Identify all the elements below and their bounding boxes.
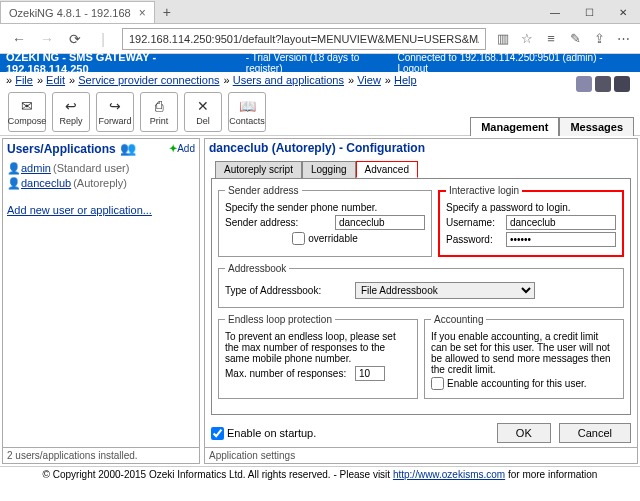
startup-checkbox[interactable] xyxy=(211,427,224,440)
tab-messages[interactable]: Messages xyxy=(559,117,634,136)
window-maximize-icon[interactable]: ☐ xyxy=(572,1,606,23)
password-label: Password: xyxy=(446,234,506,245)
password-input[interactable] xyxy=(506,232,616,247)
menu-help[interactable]: Help xyxy=(394,74,417,86)
reply-button[interactable]: ↩Reply xyxy=(52,92,90,132)
compose-icon: ✉ xyxy=(21,98,33,114)
refresh-button[interactable]: ⟳ xyxy=(62,27,88,51)
share-icon[interactable]: ⇪ xyxy=(588,28,610,50)
config-title: danceclub (Autoreply) - Configuration xyxy=(205,139,637,157)
addressbook-label: Type of Addressbook: xyxy=(225,285,355,296)
username-label: Username: xyxy=(446,217,506,228)
print-button[interactable]: ⎙Print xyxy=(140,92,178,132)
app-settings-footer: Application settings xyxy=(205,447,637,463)
tab-advanced[interactable]: Advanced xyxy=(356,161,418,178)
overridable-label: overridable xyxy=(308,233,357,244)
window-close-icon[interactable]: ✕ xyxy=(606,1,640,23)
user-icon: 👤 xyxy=(7,177,21,190)
overridable-checkbox[interactable] xyxy=(292,232,305,245)
menu-view[interactable]: View xyxy=(357,74,381,86)
addressbook-select[interactable]: File Addressbook xyxy=(355,282,535,299)
username-input[interactable] xyxy=(506,215,616,230)
toolbar: ✉Compose ↩Reply ↪Forward ⎙Print ✕Del 📖Co… xyxy=(0,88,640,136)
browser-tab[interactable]: OzekiNG 4.8.1 - 192.168 × xyxy=(0,1,155,23)
user-icon: 👤 xyxy=(7,162,21,175)
tab-autoreply-script[interactable]: Autoreply script xyxy=(215,161,302,178)
sender-desc: Specify the sender phone number. xyxy=(225,202,425,213)
delete-icon: ✕ xyxy=(197,98,209,114)
reading-icon[interactable]: ▥ xyxy=(492,28,514,50)
app-title: OZEKI NG - SMS GATEWAY - 192.168.114.250 xyxy=(6,51,240,75)
accounting-legend: Accounting xyxy=(431,314,486,325)
users-footer: 2 users/applications installed. xyxy=(3,447,199,463)
loop-input[interactable] xyxy=(355,366,385,381)
reply-icon: ↩ xyxy=(65,98,77,114)
forward-icon: ↪ xyxy=(109,98,121,114)
copyright-bar: © Copyright 2000-2015 Ozeki Informatics … xyxy=(0,466,640,482)
login-legend: Interactive login xyxy=(446,185,522,196)
sender-legend: Sender address xyxy=(225,185,302,196)
add-user-link[interactable]: Add new user or application... xyxy=(7,204,152,216)
compose-button[interactable]: ✉Compose xyxy=(8,92,46,132)
delete-button[interactable]: ✕Del xyxy=(184,92,222,132)
tab-management[interactable]: Management xyxy=(470,117,559,136)
copyright-link[interactable]: http://www.ozekisms.com xyxy=(393,469,505,480)
hub-icon[interactable]: ≡ xyxy=(540,28,562,50)
forward-button[interactable]: ↪Forward xyxy=(96,92,134,132)
tab-logging[interactable]: Logging xyxy=(302,161,356,178)
favorite-icon[interactable]: ☆ xyxy=(516,28,538,50)
contacts-icon: 📖 xyxy=(239,98,256,114)
contacts-button[interactable]: 📖Contacts xyxy=(228,92,266,132)
startup-label: Enable on startup. xyxy=(227,427,316,439)
menu-spc[interactable]: Service provider connections xyxy=(78,74,219,86)
loop-label: Max. number of responses: xyxy=(225,368,355,379)
separator: | xyxy=(90,27,116,51)
more-icon[interactable]: ⋯ xyxy=(612,28,634,50)
user-row-admin[interactable]: 👤 admin (Standard user) xyxy=(7,162,195,175)
window-minimize-icon[interactable]: — xyxy=(538,1,572,23)
browser-tab-title: OzekiNG 4.8.1 - 192.168 xyxy=(9,7,131,19)
logout-link[interactable]: Logout xyxy=(397,63,428,74)
url-bar[interactable] xyxy=(122,28,486,50)
back-button[interactable]: ← xyxy=(6,27,32,51)
menu-users[interactable]: Users and applications xyxy=(233,74,344,86)
print-icon: ⎙ xyxy=(155,98,163,114)
ok-button[interactable]: OK xyxy=(497,423,551,443)
forward-button[interactable]: → xyxy=(34,27,60,51)
sender-label: Sender address: xyxy=(225,217,335,228)
sender-input[interactable] xyxy=(335,215,425,230)
accounting-checkbox[interactable] xyxy=(431,377,444,390)
addressbook-legend: Addressbook xyxy=(225,263,289,274)
cancel-button[interactable]: Cancel xyxy=(559,423,631,443)
plus-icon: ✦ xyxy=(169,143,177,154)
add-user-button[interactable]: ✦Add xyxy=(169,143,195,154)
user-row-danceclub[interactable]: 👤 danceclub (Autoreply) xyxy=(7,177,195,190)
close-tab-icon[interactable]: × xyxy=(139,6,146,20)
connected-text: Connected to 192.168.114.250:9501 (admin… xyxy=(397,52,602,63)
menu-edit[interactable]: Edit xyxy=(46,74,65,86)
loop-legend: Endless loop protection xyxy=(225,314,335,325)
users-panel-title: Users/Applications xyxy=(7,142,116,156)
accounting-desc: If you enable accounting, a credit limit… xyxy=(431,331,617,375)
note-icon[interactable]: ✎ xyxy=(564,28,586,50)
trial-text: - Trial Version (18 days to register) xyxy=(246,52,398,74)
app-header: OZEKI NG - SMS GATEWAY - 192.168.114.250… xyxy=(0,54,640,72)
menu-bar: » File » Edit » Service provider connect… xyxy=(0,72,640,88)
users-icon: 👥 xyxy=(120,141,136,156)
new-tab-button[interactable]: + xyxy=(155,1,179,23)
login-desc: Specify a password to login. xyxy=(446,202,616,213)
accounting-label: Enable accounting for this user. xyxy=(447,378,587,389)
menu-file[interactable]: File xyxy=(15,74,33,86)
loop-desc: To prevent an endless loop, please set t… xyxy=(225,331,411,364)
